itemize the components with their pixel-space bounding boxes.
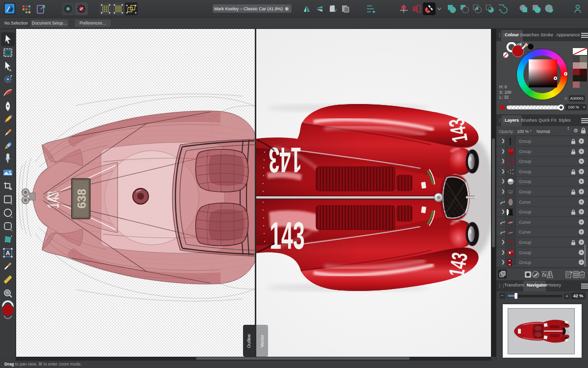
svg-text:143: 143 [44,191,62,208]
svg-text:✱: ✱ [284,6,289,12]
svg-text:Mark Keeley – Classic Car (41.: Mark Keeley – Classic Car (41.9%) [214,6,283,11]
svg-text:fx: fx [542,272,547,278]
svg-text:143: 143 [444,117,472,144]
svg-text:143: 143 [444,251,472,278]
svg-text:143: 143 [270,214,305,257]
svg-text:638: 638 [75,189,88,209]
svg-text:143: 143 [269,140,301,180]
svg-text:A: A [6,250,10,257]
